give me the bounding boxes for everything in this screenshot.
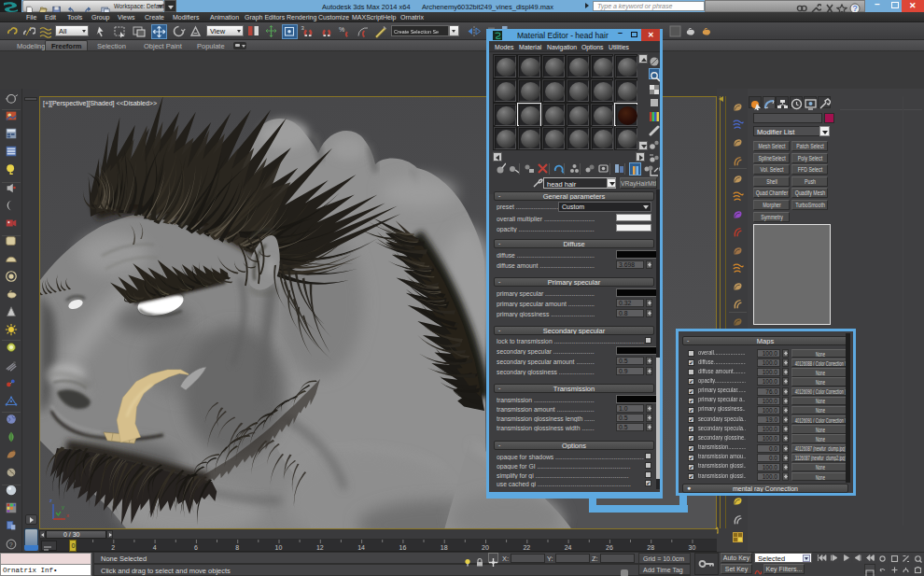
svg-text:6: 6	[194, 544, 198, 551]
svg-text:16: 16	[399, 544, 407, 551]
svg-text:12: 12	[316, 544, 324, 551]
svg-text:24: 24	[565, 544, 572, 551]
svg-text:4: 4	[153, 544, 157, 551]
svg-text:x: x	[66, 513, 69, 518]
svg-text:22: 22	[523, 544, 530, 551]
svg-text:z: z	[49, 498, 52, 503]
svg-text:30: 30	[689, 544, 696, 551]
svg-text:%: %	[339, 26, 344, 33]
svg-text:3: 3	[301, 25, 305, 31]
svg-text:10: 10	[275, 544, 283, 551]
svg-text:26: 26	[606, 544, 613, 551]
svg-text:?: ?	[9, 541, 13, 547]
svg-text:20: 20	[482, 544, 489, 551]
svg-text:18: 18	[441, 544, 448, 551]
svg-text:8: 8	[235, 544, 239, 551]
svg-text:y: y	[62, 504, 64, 510]
svg-text:28: 28	[647, 544, 654, 551]
svg-text:14: 14	[357, 544, 365, 551]
svg-text:2: 2	[111, 544, 115, 551]
